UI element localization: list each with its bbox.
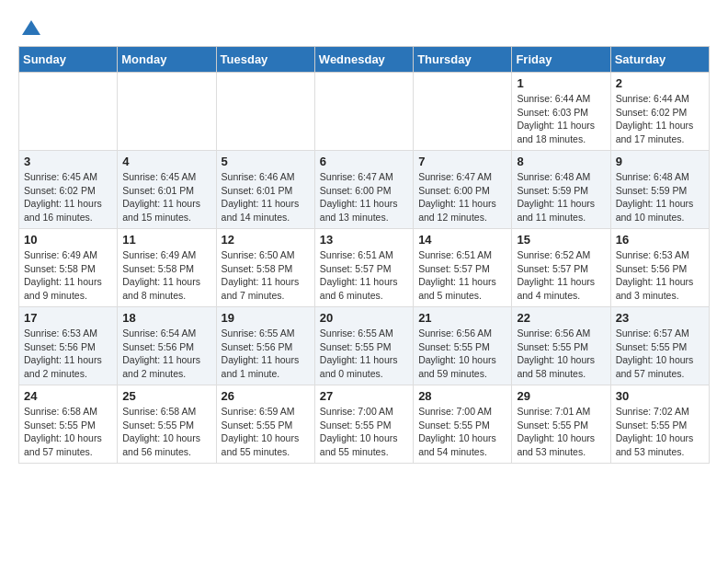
weekday-header: Thursday bbox=[414, 47, 512, 73]
calendar-week-row: 3Sunrise: 6:45 AM Sunset: 6:02 PM Daylig… bbox=[19, 151, 710, 229]
weekday-header: Friday bbox=[512, 47, 610, 73]
calendar-cell: 26Sunrise: 6:59 AM Sunset: 5:55 PM Dayli… bbox=[216, 385, 314, 464]
logo-icon bbox=[20, 18, 42, 40]
calendar-cell: 4Sunrise: 6:45 AM Sunset: 6:01 PM Daylig… bbox=[118, 151, 216, 229]
day-number: 17 bbox=[24, 311, 112, 325]
day-number: 23 bbox=[616, 311, 704, 325]
calendar-week-row: 10Sunrise: 6:49 AM Sunset: 5:58 PM Dayli… bbox=[19, 229, 710, 307]
day-number: 7 bbox=[418, 155, 506, 168]
day-number: 27 bbox=[320, 389, 408, 403]
day-info: Sunrise: 6:49 AM Sunset: 5:58 PM Dayligh… bbox=[122, 248, 210, 303]
day-info: Sunrise: 6:50 AM Sunset: 5:58 PM Dayligh… bbox=[222, 248, 310, 303]
weekday-header: Saturday bbox=[610, 47, 709, 73]
calendar-cell: 27Sunrise: 7:00 AM Sunset: 5:55 PM Dayli… bbox=[314, 385, 413, 464]
day-info: Sunrise: 6:55 AM Sunset: 5:55 PM Dayligh… bbox=[320, 327, 408, 381]
calendar-cell: 30Sunrise: 7:02 AM Sunset: 5:55 PM Dayli… bbox=[610, 385, 709, 464]
weekday-header: Wednesday bbox=[314, 47, 413, 73]
day-number: 14 bbox=[418, 233, 506, 247]
day-number: 9 bbox=[616, 155, 704, 168]
calendar-week-row: 17Sunrise: 6:53 AM Sunset: 5:56 PM Dayli… bbox=[19, 307, 710, 385]
day-number: 1 bbox=[517, 76, 605, 90]
calendar-cell: 24Sunrise: 6:58 AM Sunset: 5:55 PM Dayli… bbox=[19, 385, 118, 464]
day-number: 6 bbox=[320, 155, 408, 168]
day-info: Sunrise: 7:01 AM Sunset: 5:55 PM Dayligh… bbox=[517, 405, 605, 459]
day-info: Sunrise: 6:46 AM Sunset: 6:01 PM Dayligh… bbox=[222, 170, 310, 224]
day-number: 19 bbox=[222, 311, 310, 325]
calendar-cell: 10Sunrise: 6:49 AM Sunset: 5:58 PM Dayli… bbox=[19, 229, 118, 307]
weekday-header: Sunday bbox=[19, 47, 118, 73]
calendar-cell: 8Sunrise: 6:48 AM Sunset: 5:59 PM Daylig… bbox=[512, 151, 610, 229]
day-number: 3 bbox=[24, 155, 112, 168]
day-info: Sunrise: 7:00 AM Sunset: 5:55 PM Dayligh… bbox=[320, 405, 408, 459]
calendar-cell bbox=[216, 73, 314, 151]
calendar-cell: 29Sunrise: 7:01 AM Sunset: 5:55 PM Dayli… bbox=[512, 385, 610, 464]
calendar-cell: 9Sunrise: 6:48 AM Sunset: 5:59 PM Daylig… bbox=[610, 151, 709, 229]
calendar-cell: 5Sunrise: 6:46 AM Sunset: 6:01 PM Daylig… bbox=[216, 151, 314, 229]
calendar-cell bbox=[414, 73, 512, 151]
day-info: Sunrise: 6:45 AM Sunset: 6:01 PM Dayligh… bbox=[122, 170, 210, 224]
calendar-cell: 12Sunrise: 6:50 AM Sunset: 5:58 PM Dayli… bbox=[216, 229, 314, 307]
calendar-cell: 17Sunrise: 6:53 AM Sunset: 5:56 PM Dayli… bbox=[19, 307, 118, 385]
day-number: 30 bbox=[616, 389, 704, 403]
calendar-cell: 18Sunrise: 6:54 AM Sunset: 5:56 PM Dayli… bbox=[118, 307, 216, 385]
day-info: Sunrise: 6:47 AM Sunset: 6:00 PM Dayligh… bbox=[418, 170, 506, 224]
calendar-table: SundayMondayTuesdayWednesdayThursdayFrid… bbox=[18, 46, 710, 464]
calendar-cell: 28Sunrise: 7:00 AM Sunset: 5:55 PM Dayli… bbox=[414, 385, 512, 464]
calendar-cell: 2Sunrise: 6:44 AM Sunset: 6:02 PM Daylig… bbox=[610, 73, 709, 151]
day-number: 20 bbox=[320, 311, 408, 325]
calendar-cell: 7Sunrise: 6:47 AM Sunset: 6:00 PM Daylig… bbox=[414, 151, 512, 229]
calendar-cell: 25Sunrise: 6:58 AM Sunset: 5:55 PM Dayli… bbox=[118, 385, 216, 464]
day-info: Sunrise: 6:58 AM Sunset: 5:55 PM Dayligh… bbox=[24, 405, 112, 459]
day-info: Sunrise: 6:58 AM Sunset: 5:55 PM Dayligh… bbox=[122, 405, 210, 459]
day-number: 11 bbox=[122, 233, 210, 247]
day-number: 13 bbox=[320, 233, 408, 247]
calendar-cell: 1Sunrise: 6:44 AM Sunset: 6:03 PM Daylig… bbox=[512, 73, 610, 151]
day-number: 15 bbox=[517, 233, 605, 247]
day-number: 5 bbox=[222, 155, 310, 168]
day-info: Sunrise: 6:47 AM Sunset: 6:00 PM Dayligh… bbox=[320, 170, 408, 224]
day-number: 2 bbox=[616, 76, 704, 90]
calendar-cell: 16Sunrise: 6:53 AM Sunset: 5:56 PM Dayli… bbox=[610, 229, 709, 307]
page-header bbox=[18, 18, 710, 37]
calendar-cell bbox=[118, 73, 216, 151]
calendar-cell: 15Sunrise: 6:52 AM Sunset: 5:57 PM Dayli… bbox=[512, 229, 610, 307]
day-info: Sunrise: 6:44 AM Sunset: 6:02 PM Dayligh… bbox=[616, 92, 704, 146]
day-info: Sunrise: 6:54 AM Sunset: 5:56 PM Dayligh… bbox=[122, 327, 210, 381]
day-number: 26 bbox=[222, 389, 310, 403]
day-info: Sunrise: 6:56 AM Sunset: 5:55 PM Dayligh… bbox=[418, 327, 506, 381]
day-info: Sunrise: 6:56 AM Sunset: 5:55 PM Dayligh… bbox=[517, 327, 605, 381]
calendar-cell: 19Sunrise: 6:55 AM Sunset: 5:56 PM Dayli… bbox=[216, 307, 314, 385]
day-info: Sunrise: 6:45 AM Sunset: 6:02 PM Dayligh… bbox=[24, 170, 112, 224]
day-info: Sunrise: 6:57 AM Sunset: 5:55 PM Dayligh… bbox=[616, 327, 704, 381]
day-info: Sunrise: 6:51 AM Sunset: 5:57 PM Dayligh… bbox=[320, 248, 408, 303]
day-info: Sunrise: 6:44 AM Sunset: 6:03 PM Dayligh… bbox=[517, 92, 605, 146]
calendar-cell bbox=[314, 73, 413, 151]
calendar-cell: 11Sunrise: 6:49 AM Sunset: 5:58 PM Dayli… bbox=[118, 229, 216, 307]
day-info: Sunrise: 7:00 AM Sunset: 5:55 PM Dayligh… bbox=[418, 405, 506, 459]
day-number: 22 bbox=[517, 311, 605, 325]
day-number: 29 bbox=[517, 389, 605, 403]
day-info: Sunrise: 6:53 AM Sunset: 5:56 PM Dayligh… bbox=[24, 327, 112, 381]
day-number: 12 bbox=[222, 233, 310, 247]
calendar-cell: 20Sunrise: 6:55 AM Sunset: 5:55 PM Dayli… bbox=[314, 307, 413, 385]
day-number: 8 bbox=[517, 155, 605, 168]
calendar-cell: 21Sunrise: 6:56 AM Sunset: 5:55 PM Dayli… bbox=[414, 307, 512, 385]
day-number: 18 bbox=[122, 311, 210, 325]
calendar-cell: 22Sunrise: 6:56 AM Sunset: 5:55 PM Dayli… bbox=[512, 307, 610, 385]
day-number: 16 bbox=[616, 233, 704, 247]
calendar-week-row: 1Sunrise: 6:44 AM Sunset: 6:03 PM Daylig… bbox=[19, 73, 710, 151]
day-number: 24 bbox=[24, 389, 112, 403]
day-number: 10 bbox=[24, 233, 112, 247]
day-info: Sunrise: 6:51 AM Sunset: 5:57 PM Dayligh… bbox=[418, 248, 506, 303]
calendar-cell: 6Sunrise: 6:47 AM Sunset: 6:00 PM Daylig… bbox=[314, 151, 413, 229]
day-number: 4 bbox=[122, 155, 210, 168]
day-info: Sunrise: 7:02 AM Sunset: 5:55 PM Dayligh… bbox=[616, 405, 704, 459]
day-info: Sunrise: 6:52 AM Sunset: 5:57 PM Dayligh… bbox=[517, 248, 605, 303]
day-number: 28 bbox=[418, 389, 506, 403]
weekday-header: Monday bbox=[118, 47, 216, 73]
calendar-cell: 3Sunrise: 6:45 AM Sunset: 6:02 PM Daylig… bbox=[19, 151, 118, 229]
day-number: 25 bbox=[122, 389, 210, 403]
day-info: Sunrise: 6:53 AM Sunset: 5:56 PM Dayligh… bbox=[616, 248, 704, 303]
day-info: Sunrise: 6:48 AM Sunset: 5:59 PM Dayligh… bbox=[616, 170, 704, 224]
calendar-header-row: SundayMondayTuesdayWednesdayThursdayFrid… bbox=[19, 47, 710, 73]
